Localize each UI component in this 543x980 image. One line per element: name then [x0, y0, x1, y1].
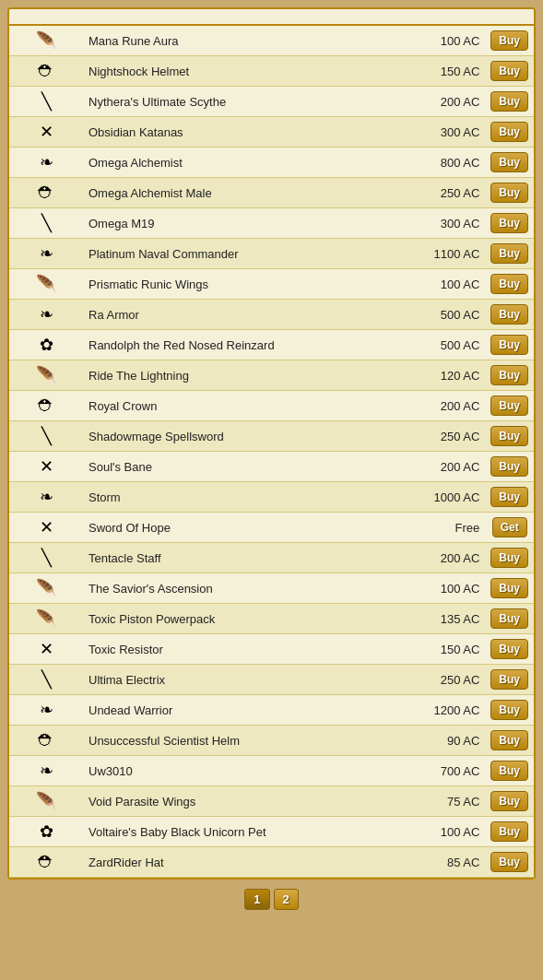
item-name: Prismatic Runic Wings [83, 269, 402, 300]
helm-icon: ⛑ [38, 731, 54, 750]
item-cost: 500 AC [402, 330, 485, 360]
col-header-cost[interactable] [402, 9, 534, 25]
item-cost: 250 AC [402, 178, 485, 208]
get-button[interactable]: Get [492, 517, 527, 537]
buy-button[interactable]: Buy [490, 304, 528, 325]
item-name: Omega Alchemist [83, 148, 402, 178]
buy-button[interactable]: Buy [490, 243, 528, 264]
buy-button[interactable]: Buy [490, 30, 528, 51]
item-name: Nythera's Ultimate Scythe [83, 87, 402, 117]
col-header-name[interactable] [83, 9, 402, 25]
col-header-type[interactable] [9, 9, 83, 25]
armor-icon: ❧ [40, 243, 53, 264]
table-row: ❧Ra Armor500 ACBuy [9, 300, 534, 330]
action-cell: Buy [485, 178, 534, 208]
action-cell: Buy [485, 208, 534, 239]
item-cost: 700 AC [402, 756, 485, 786]
table-row: ✿Voltaire's Baby Black Unicorn Pet100 AC… [9, 817, 534, 847]
table-row: 🪶Void Parasite Wings75 ACBuy [9, 786, 534, 817]
action-cell: Buy [485, 695, 534, 726]
buy-button[interactable]: Buy [490, 213, 528, 233]
buy-button[interactable]: Buy [490, 548, 528, 568]
buy-button[interactable]: Buy [490, 335, 528, 355]
pet-icon: ✿ [40, 821, 53, 842]
item-name: Platinum Naval Commander [83, 239, 402, 269]
table-row: ❧Undead Warrior1200 ACBuy [9, 695, 534, 726]
buy-button[interactable]: Buy [490, 456, 528, 477]
item-name: Void Parasite Wings [83, 786, 402, 817]
type-cell: 🪶 [9, 786, 83, 817]
armor-icon: ❧ [40, 487, 53, 507]
buy-button[interactable]: Buy [490, 791, 528, 811]
weapon-icon: ✕ [40, 456, 53, 477]
item-name: Randolph the Red Nosed Reinzard [83, 330, 402, 360]
action-cell: Buy [485, 665, 534, 695]
item-name: Uw3010 [83, 756, 402, 786]
item-name: Sword Of Hope [83, 513, 402, 543]
armor-icon: ❧ [40, 761, 53, 781]
buy-button[interactable]: Buy [490, 487, 528, 507]
helm-icon: ⛑ [38, 183, 54, 203]
action-cell: Buy [485, 239, 534, 269]
type-cell: ✿ [9, 817, 83, 847]
buy-button[interactable]: Buy [490, 852, 528, 872]
table-row: ⛑Omega Alchemist Male250 ACBuy [9, 178, 534, 208]
item-name: Mana Rune Aura [83, 25, 402, 56]
wings-icon: 🪶 [36, 578, 56, 598]
action-cell: Buy [485, 360, 534, 391]
buy-button[interactable]: Buy [490, 669, 528, 690]
helm-icon: ⛑ [38, 853, 54, 872]
buy-button[interactable]: Buy [490, 821, 528, 842]
buy-button[interactable]: Buy [490, 365, 528, 385]
buy-button[interactable]: Buy [490, 274, 528, 294]
type-cell: ❧ [9, 695, 83, 726]
action-cell: Buy [485, 634, 534, 665]
buy-button[interactable]: Buy [490, 730, 528, 750]
weapon-icon: ✕ [40, 517, 53, 537]
type-cell: ⛑ [9, 847, 83, 878]
table-row: ╲Shadowmage Spellsword250 ACBuy [9, 421, 534, 452]
table-row: 🪶Mana Rune Aura100 ACBuy [9, 25, 534, 56]
type-cell: ⛑ [9, 726, 83, 756]
page-button-2[interactable]: 2 [274, 889, 299, 910]
action-cell: Buy [485, 756, 534, 786]
type-cell: ⛑ [9, 178, 83, 208]
item-cost: 200 AC [402, 391, 485, 421]
weapon-icon: ╲ [41, 548, 52, 568]
action-cell: Buy [485, 726, 534, 756]
weapon-icon: ✕ [40, 639, 53, 659]
buy-button[interactable]: Buy [490, 608, 528, 629]
buy-button[interactable]: Buy [490, 639, 528, 659]
buy-button[interactable]: Buy [490, 426, 528, 446]
buy-button[interactable]: Buy [490, 700, 528, 720]
table-row: 🪶Prismatic Runic Wings100 ACBuy [9, 269, 534, 300]
weapon-icon: ╲ [41, 213, 52, 233]
buy-button[interactable]: Buy [490, 183, 528, 203]
type-cell: 🪶 [9, 25, 83, 56]
armor-icon: ❧ [40, 152, 53, 172]
action-cell: Buy [485, 117, 534, 148]
item-cost: 200 AC [402, 543, 485, 573]
action-cell: Buy [485, 482, 534, 513]
weapon-icon: ✕ [40, 122, 53, 142]
action-cell: Get [485, 513, 534, 543]
buy-button[interactable]: Buy [490, 761, 528, 781]
table-row: ❧Platinum Naval Commander1100 ACBuy [9, 239, 534, 269]
action-cell: Buy [485, 391, 534, 421]
item-cost: 150 AC [402, 56, 485, 87]
buy-button[interactable]: Buy [490, 122, 528, 142]
buy-button[interactable]: Buy [490, 61, 528, 81]
action-cell: Buy [485, 269, 534, 300]
item-name: Tentacle Staff [83, 543, 402, 573]
type-cell: 🪶 [9, 573, 83, 604]
table-row: ✕Sword Of HopeFreeGet [9, 513, 534, 543]
page-button-1[interactable]: 1 [244, 889, 269, 910]
buy-button[interactable]: Buy [490, 91, 528, 112]
action-cell: Buy [485, 452, 534, 482]
buy-button[interactable]: Buy [490, 152, 528, 172]
type-cell: ╲ [9, 208, 83, 239]
buy-button[interactable]: Buy [490, 578, 528, 598]
item-cost: 120 AC [402, 360, 485, 391]
buy-button[interactable]: Buy [490, 396, 528, 416]
action-cell: Buy [485, 604, 534, 634]
